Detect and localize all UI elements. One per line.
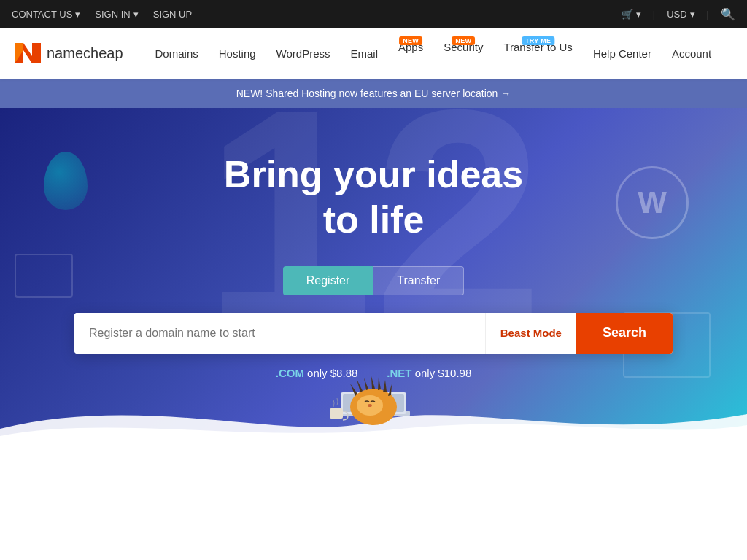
- nav-item-security[interactable]: NEW Security: [433, 28, 493, 79]
- nav-label-hosting: Hosting: [219, 47, 256, 60]
- top-bar-left: CONTACT US ▾ SIGN IN ▾ SIGN UP: [12, 9, 622, 20]
- hero-title-line2: to life: [323, 198, 425, 241]
- hero-title-line1: Bring your ideas: [224, 153, 523, 195]
- mascot-container: [301, 356, 446, 443]
- wp-circle-decor: W: [616, 166, 689, 239]
- domain-search-input[interactable]: [74, 313, 485, 354]
- currency-caret: ▾: [690, 9, 695, 20]
- contact-us-caret: ▾: [75, 9, 80, 20]
- nav-item-apps[interactable]: NEW Apps: [388, 28, 433, 79]
- wp-logo-text: W: [638, 185, 667, 220]
- security-badge: NEW: [452, 36, 475, 45]
- hero-tabs: Register Transfer: [283, 266, 465, 295]
- nav-item-domains[interactable]: Domains: [145, 28, 209, 79]
- nav-item-hosting[interactable]: Hosting: [209, 28, 266, 79]
- hero-title: Bring your ideas to life: [224, 152, 523, 243]
- balloon-decor: [44, 152, 88, 210]
- main-header: namecheap Domains Hosting WordPress Emai…: [0, 28, 747, 79]
- announcement-link[interactable]: NEW! Shared Hosting now features an EU s…: [236, 88, 511, 99]
- logo[interactable]: namecheap: [15, 43, 123, 63]
- divider: |: [653, 9, 655, 20]
- sign-in-label: SIGN IN: [95, 9, 130, 20]
- hero-section: 12 W Bring your ideas to life Register T…: [0, 108, 747, 443]
- contact-us-menu[interactable]: CONTACT US ▾: [12, 9, 80, 20]
- search-icon-button[interactable]: 🔍: [721, 7, 735, 21]
- below-hero: [0, 443, 747, 516]
- register-tab[interactable]: Register: [283, 266, 374, 295]
- nav-item-wordpress[interactable]: WordPress: [266, 28, 341, 79]
- transfer-badge: TRY ME: [522, 36, 554, 45]
- nav-label-help: Help Center: [593, 47, 651, 60]
- sign-in-caret: ▾: [133, 9, 139, 20]
- svg-point-7: [368, 404, 372, 407]
- svg-rect-8: [330, 408, 343, 419]
- beast-mode-button[interactable]: Beast Mode: [485, 313, 576, 354]
- announcement-bar: NEW! Shared Hosting now features an EU s…: [0, 79, 747, 108]
- apps-badge: NEW: [399, 36, 422, 45]
- mascot-svg: [315, 356, 432, 443]
- monitor-decor: [15, 254, 73, 298]
- transfer-tab[interactable]: Transfer: [373, 266, 464, 295]
- main-nav: Domains Hosting WordPress Email NEW Apps…: [145, 28, 732, 79]
- nav-item-help[interactable]: Help Center: [583, 28, 662, 79]
- logo-icon: [15, 43, 41, 63]
- top-bar-right: 🛒 ▾ | USD ▾ | 🔍: [622, 7, 735, 21]
- contact-us-label: CONTACT US: [12, 9, 72, 20]
- nav-item-account[interactable]: Account: [662, 28, 721, 79]
- nav-item-email[interactable]: Email: [341, 28, 389, 79]
- nav-item-transfer[interactable]: TRY ME Transfer to Us: [493, 28, 582, 79]
- sign-in-menu[interactable]: SIGN IN ▾: [95, 9, 138, 20]
- nav-label-account: Account: [672, 47, 711, 60]
- divider2: |: [707, 9, 709, 20]
- currency-label: USD: [667, 9, 686, 20]
- search-button[interactable]: Search: [576, 313, 673, 354]
- cart-icon-glyph: 🛒: [622, 9, 633, 20]
- cart-caret: ▾: [636, 9, 641, 20]
- nav-label-email: Email: [351, 47, 379, 60]
- currency-menu[interactable]: USD ▾: [667, 9, 694, 20]
- sign-up-link[interactable]: SIGN UP: [153, 9, 192, 20]
- cart-button[interactable]: 🛒 ▾: [622, 9, 641, 20]
- logo-text: namecheap: [47, 45, 123, 62]
- top-bar: CONTACT US ▾ SIGN IN ▾ SIGN UP 🛒 ▾ | USD…: [0, 0, 747, 28]
- nav-label-domains: Domains: [155, 47, 198, 60]
- nav-label-wordpress: WordPress: [276, 47, 330, 60]
- domain-search-box: Beast Mode Search: [74, 313, 673, 354]
